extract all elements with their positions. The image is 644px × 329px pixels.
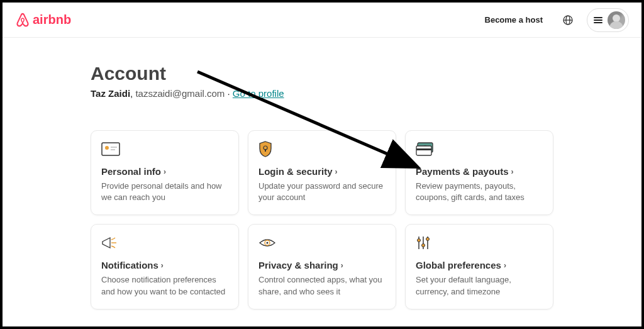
card-desc: Provide personal details and how we can … <box>101 181 228 203</box>
card-desc: Set your default language, currency, and… <box>416 274 543 297</box>
card-notifications[interactable]: Notifications › Choose notification pref… <box>91 224 239 309</box>
chevron-right-icon: › <box>341 261 343 270</box>
card-title: Payments & payouts › <box>416 166 543 177</box>
sliders-icon <box>416 235 435 251</box>
svg-rect-11 <box>416 146 431 155</box>
shield-icon <box>258 141 277 157</box>
id-card-icon <box>101 141 120 157</box>
user-email: tazszaidi@gmail.com <box>135 88 225 99</box>
logo-text: airbnb <box>33 13 71 27</box>
card-desc: Choose notification preferences and how … <box>101 274 228 297</box>
card-title: Login & security › <box>258 166 386 177</box>
user-menu[interactable] <box>587 8 629 32</box>
language-button[interactable] <box>557 9 579 31</box>
become-host-link[interactable]: Become a host <box>479 10 549 30</box>
chevron-right-icon: › <box>161 261 164 270</box>
card-desc: Review payments, payouts, coupons, gift … <box>416 181 543 203</box>
svg-rect-12 <box>416 148 431 150</box>
card-title: Notifications › <box>101 260 228 270</box>
airbnb-logo-icon <box>15 12 30 28</box>
payments-icon <box>416 141 435 157</box>
card-desc: Update your password and secure your acc… <box>258 181 386 203</box>
card-title: Privacy & sharing › <box>258 260 386 270</box>
chevron-right-icon: › <box>335 167 338 176</box>
megaphone-icon <box>101 235 120 251</box>
card-title: Global preferences › <box>416 260 543 270</box>
settings-cards: Personal info › Provide personal details… <box>91 130 553 309</box>
header: airbnb Become a host <box>3 3 641 38</box>
card-payments[interactable]: Payments & payouts › Review payments, pa… <box>405 130 553 215</box>
logo[interactable]: airbnb <box>15 12 71 28</box>
card-privacy[interactable]: Privacy & sharing › Control connected ap… <box>248 224 396 309</box>
eye-icon <box>258 235 277 251</box>
svg-point-19 <box>422 244 425 247</box>
chevron-right-icon: › <box>504 261 506 270</box>
main-content: Account Taz Zaidi, tazszaidi@gmail.com ·… <box>3 38 641 309</box>
svg-point-18 <box>418 239 421 242</box>
card-personal-info[interactable]: Personal info › Provide personal details… <box>91 130 239 215</box>
svg-rect-6 <box>111 149 115 150</box>
header-actions: Become a host <box>479 8 629 32</box>
avatar <box>608 11 625 29</box>
svg-point-4 <box>105 146 109 150</box>
chevron-right-icon: › <box>511 167 514 176</box>
card-login-security[interactable]: Login & security › Update your password … <box>248 130 396 215</box>
account-subtitle: Taz Zaidi, tazszaidi@gmail.com · Go to p… <box>91 88 553 99</box>
page-title: Account <box>91 63 553 84</box>
card-title: Personal info › <box>101 166 228 177</box>
card-global-prefs[interactable]: Global preferences › Set your default la… <box>405 224 553 309</box>
user-name: Taz Zaidi <box>91 88 130 99</box>
hamburger-icon <box>594 16 602 25</box>
svg-point-20 <box>426 238 430 241</box>
svg-point-14 <box>267 242 269 244</box>
card-desc: Control connected apps, what you share, … <box>258 274 386 297</box>
chevron-right-icon: › <box>164 167 166 176</box>
svg-rect-5 <box>111 147 117 148</box>
globe-icon <box>563 15 573 25</box>
profile-link[interactable]: Go to profile <box>233 88 284 99</box>
svg-rect-8 <box>265 149 266 152</box>
